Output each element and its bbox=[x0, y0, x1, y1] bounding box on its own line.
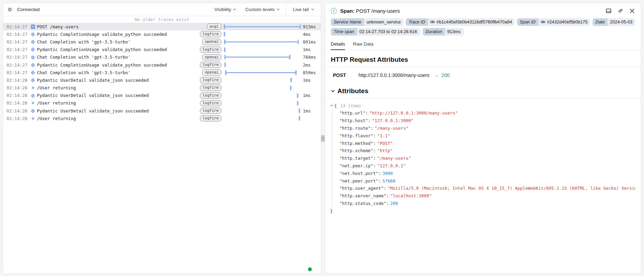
json-attribute-line: "http.flavor" : "1.1" bbox=[339, 132, 635, 139]
badge-value: 02:14:27.703 to 02:14:28.616 bbox=[357, 28, 420, 36]
trace-duration-bar bbox=[299, 109, 300, 113]
trace-row[interactable]: 02:14:28 /User returning logfire bbox=[3, 84, 321, 92]
trace-tag-badge: logfire bbox=[200, 115, 221, 121]
live-tail-dropdown[interactable]: Live tail bbox=[286, 3, 321, 16]
http-url: http://127.0.0.1:3000/many-users bbox=[358, 72, 429, 78]
json-key: "http.url" bbox=[339, 110, 365, 116]
custom-levels-dropdown[interactable]: Custom levels bbox=[245, 3, 280, 16]
span-diamond-icon bbox=[31, 109, 35, 113]
trace-row[interactable]: 02:14:27 POST /many-users asgi 913ms bbox=[3, 23, 321, 30]
trace-duration-track bbox=[224, 38, 301, 46]
tab-raw-data[interactable]: Raw Data bbox=[353, 41, 373, 50]
trace-row[interactable]: 02:14:28 Pydantic UserDetail validate_js… bbox=[3, 92, 321, 99]
badge-value: #2432d40ef5b0b175 bbox=[538, 18, 590, 26]
badges-row-1: Service Name unknown_service Trace ID #b… bbox=[331, 18, 635, 26]
badge-value: unknown_service bbox=[364, 18, 403, 26]
metadata-badge: Span ID #2432d40ef5b0b175 bbox=[517, 18, 590, 26]
span-diamond-icon bbox=[31, 93, 35, 98]
gear-icon[interactable]: ⚙ bbox=[8, 7, 12, 12]
json-key: "net.host.port" bbox=[339, 171, 378, 176]
trace-row[interactable]: 02:14:27 Pydantic CompletionUsage valida… bbox=[3, 30, 321, 38]
trace-row[interactable]: 02:14:27 Pydantic CompletionUsage valida… bbox=[3, 61, 321, 69]
badge-label: Date bbox=[593, 18, 607, 26]
visibility-dropdown[interactable]: Visibility bbox=[214, 3, 237, 16]
trace-row[interactable]: 02:14:28 Pydantic UserDetail validate_js… bbox=[3, 76, 321, 84]
link-icon[interactable] bbox=[617, 8, 624, 14]
trace-duration-track bbox=[224, 23, 301, 30]
trace-explorer-panel: ⚙ Connected Visibility Custom levels Liv… bbox=[3, 3, 321, 274]
trace-row[interactable]: 02:14:27 Chat Completion with 'gpt-3.5-t… bbox=[3, 69, 321, 76]
chevron-down-icon bbox=[233, 8, 236, 11]
json-value: "/many-users" bbox=[377, 156, 411, 161]
trace-duration-label: 1ms bbox=[303, 93, 321, 98]
trace-time: 02:14:28 bbox=[7, 108, 29, 114]
trace-duration-track bbox=[224, 107, 301, 115]
trace-time: 02:14:27 bbox=[7, 62, 29, 68]
span-diamond-icon bbox=[31, 70, 35, 75]
dock-panel-icon[interactable] bbox=[606, 8, 612, 14]
link-icon[interactable] bbox=[541, 20, 545, 24]
span-diamond-icon bbox=[31, 32, 35, 36]
metadata-badge: Date 2024-05-03 bbox=[593, 18, 635, 26]
trace-duration-track bbox=[224, 92, 301, 99]
trace-duration-bar bbox=[290, 78, 292, 82]
collapse-toggle-icon[interactable] bbox=[31, 24, 35, 29]
link-icon[interactable] bbox=[430, 20, 435, 24]
trace-row[interactable]: 02:14:27 Pydantic CompletionUsage valida… bbox=[3, 46, 321, 53]
json-key: "http.method" bbox=[339, 141, 373, 146]
close-brace: } bbox=[330, 207, 635, 215]
trace-row[interactable]: 02:14:27 Chat Completion with 'gpt-3.5-t… bbox=[3, 38, 321, 46]
json-attribute-line: "http.route" : "/many-users" bbox=[339, 125, 635, 132]
attributes-json-tree: { 13 items "http.url" : "http://127.0.0.… bbox=[325, 99, 641, 215]
panel-resize-handle[interactable] bbox=[321, 135, 325, 142]
http-method: POST bbox=[333, 72, 346, 78]
json-attribute-line: "net.peer.port" : 57660 bbox=[339, 177, 635, 185]
json-key: "http.flavor" bbox=[339, 133, 373, 138]
trace-tag-badge: asgi bbox=[207, 23, 222, 30]
http-status-code: 200 bbox=[442, 72, 450, 78]
trace-duration-label: 1ms bbox=[303, 47, 321, 52]
trace-row[interactable]: 02:14:27 Chat Completion with 'gpt-3.5-t… bbox=[3, 53, 321, 61]
json-value: "/many-users" bbox=[375, 126, 408, 131]
trace-time: 02:14:28 bbox=[7, 93, 29, 98]
trace-row[interactable]: 02:14:28 Pydantic UserDetail validate_js… bbox=[3, 107, 321, 115]
close-icon[interactable] bbox=[629, 8, 635, 13]
span-details-panel: i Span: POST /many-users Service Name bbox=[325, 3, 641, 274]
trace-row[interactable]: 02:14:28 /User returning logfire bbox=[3, 115, 321, 122]
span-diamond-icon bbox=[31, 63, 35, 67]
json-root-line: { 13 items bbox=[330, 102, 635, 109]
trace-time: 02:14:27 bbox=[7, 39, 29, 45]
log-circle-icon bbox=[32, 117, 34, 120]
trace-name: /User returning bbox=[37, 100, 200, 106]
chevron-down-icon bbox=[311, 8, 314, 11]
chevron-down-icon[interactable] bbox=[331, 89, 335, 93]
json-key: "net.peer.ip" bbox=[339, 163, 373, 168]
trace-duration-track bbox=[224, 61, 301, 69]
trace-row[interactable]: 02:14:28 /User returning logfire bbox=[3, 99, 321, 107]
json-value: "127.0.0.1" bbox=[377, 163, 406, 168]
json-attribute-line: "http.scheme" : "http" bbox=[339, 147, 635, 155]
live-indicator-dot bbox=[308, 267, 312, 271]
trace-duration-label: 1ms bbox=[303, 78, 321, 83]
json-key: "http.route" bbox=[339, 126, 371, 131]
chevron-down-icon[interactable] bbox=[330, 104, 333, 107]
json-value: 3000 bbox=[382, 171, 393, 176]
trace-duration-label: 4ms bbox=[303, 32, 321, 37]
metadata-badge: Service Name unknown_service bbox=[331, 18, 403, 26]
trace-time: 02:14:28 bbox=[7, 100, 29, 106]
json-attribute-line: "http.user_agent" : "Mozilla/5.0 (Macint… bbox=[339, 185, 635, 192]
trace-duration-bar bbox=[290, 86, 291, 90]
info-icon: i bbox=[331, 8, 337, 14]
span-diamond-icon bbox=[31, 48, 35, 52]
trace-duration-bar bbox=[225, 72, 296, 73]
span-diamond-icon bbox=[31, 55, 35, 59]
json-key: "net.peer.port" bbox=[339, 178, 378, 184]
trace-time: 02:14:27 bbox=[7, 55, 29, 60]
tab-details[interactable]: Details bbox=[331, 41, 345, 50]
trace-duration-track bbox=[224, 53, 301, 61]
open-brace: { bbox=[334, 103, 337, 108]
trace-tag-badge: logfire bbox=[200, 47, 221, 53]
trace-name: Pydantic UserDetail validate_json succee… bbox=[37, 108, 200, 114]
trace-time: 02:14:27 bbox=[7, 32, 29, 37]
json-attribute-line: "http.method" : "POST" bbox=[339, 139, 635, 147]
